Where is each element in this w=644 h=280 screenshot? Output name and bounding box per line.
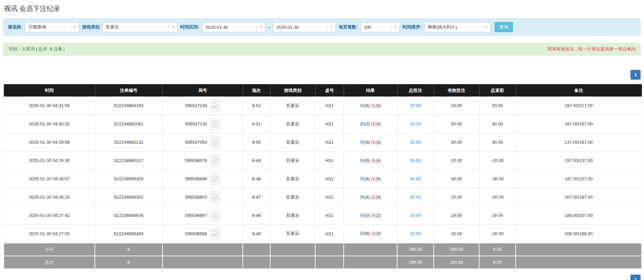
cell-total-bet: 30.00 bbox=[397, 170, 434, 188]
summary-note-text: 同局有效投注，统一计算在该局第一张注单内 bbox=[548, 46, 636, 52]
subtotal-empty-cell bbox=[243, 243, 270, 256]
sort-select[interactable]: 降幂(由大到小) ▼ bbox=[424, 22, 491, 32]
cell-round: 595536697 bbox=[163, 206, 243, 225]
column-header: 结果 bbox=[344, 84, 397, 97]
video-replay-button[interactable] bbox=[210, 227, 220, 240]
total-remark bbox=[516, 256, 642, 269]
total-bet-link[interactable]: 30.00 bbox=[410, 121, 421, 126]
query-type-select[interactable]: 日期查询 ▼ bbox=[25, 22, 79, 32]
sort-label: 时间排序: bbox=[403, 24, 422, 30]
cell-remark: 137.00/167.00 bbox=[516, 133, 642, 152]
cell-valid-bet: 20.00 bbox=[434, 188, 479, 206]
cell-table-number: AS1 bbox=[315, 206, 344, 225]
column-header: 局号 bbox=[163, 84, 243, 97]
subtotal-empty-cell bbox=[315, 243, 344, 256]
cell-game-category: 百家乐 bbox=[270, 206, 315, 225]
result-player-label: 闲 bbox=[360, 103, 364, 108]
table-row: 2025-01-30 04:30:25522234662061595537130… bbox=[4, 115, 642, 133]
chevron-down-icon[interactable]: ▼ bbox=[169, 22, 177, 32]
game-category-select[interactable]: 百家乐 ▼ bbox=[102, 22, 177, 32]
total-empty-cell bbox=[163, 256, 243, 269]
column-header: 有效投注 bbox=[434, 84, 479, 97]
table-header-row: 时间注单编号局号场次游戏类别桌号结果总投注有效投注总派彩备注 bbox=[4, 84, 642, 97]
video-file-icon bbox=[212, 194, 218, 201]
pagination-page-button[interactable]: 1 bbox=[630, 70, 641, 80]
date-to-select[interactable]: 2025-01-30 ▼ bbox=[273, 22, 336, 32]
cell-payout: -30.00 bbox=[479, 170, 516, 188]
total-payout: 9.00 bbox=[479, 256, 516, 269]
total-bet-link[interactable]: 30.00 bbox=[410, 140, 421, 145]
pagination-bottom: 1 bbox=[3, 275, 641, 280]
video-replay-button[interactable] bbox=[210, 154, 220, 167]
subtotal-total-bet: 190.00 bbox=[397, 243, 434, 256]
pagination-page-button[interactable]: 1 bbox=[630, 275, 641, 280]
total-count: 8 bbox=[95, 256, 163, 269]
total-bet-link[interactable]: 30.00 bbox=[410, 176, 421, 181]
cell-result: 闲(3) 庄(0) bbox=[344, 115, 397, 133]
total-bet-link[interactable]: 20.00 bbox=[410, 231, 421, 236]
round-number: 595536803 bbox=[185, 195, 207, 200]
cell-bet-id: 522234656876 bbox=[95, 206, 163, 225]
video-replay-button[interactable] bbox=[210, 191, 220, 204]
cell-result: 闲(9) 庄(4) bbox=[344, 152, 397, 170]
column-header: 总投注 bbox=[397, 84, 434, 97]
cell-result: 闲(6) 庄(0) bbox=[344, 97, 397, 115]
cell-round: 595537130 bbox=[163, 115, 243, 133]
total-empty-cell bbox=[315, 256, 344, 269]
cell-session: 8-46 bbox=[243, 206, 270, 225]
cell-bet-id: 522234658302 bbox=[95, 188, 163, 206]
total-bet-link[interactable]: 20.00 bbox=[410, 103, 421, 108]
video-replay-button[interactable] bbox=[210, 136, 220, 149]
date-range-separator: ~ bbox=[268, 25, 271, 30]
date-from-select[interactable]: 2025-01-30 ▼ bbox=[202, 22, 265, 32]
video-replay-button[interactable] bbox=[210, 118, 220, 131]
table-row: 2025-01-30 04:31:04522234663193595537234… bbox=[4, 97, 642, 115]
column-header: 游戏类别 bbox=[270, 84, 315, 97]
total-label: 总计 bbox=[4, 256, 95, 269]
subtotal-count: 8 bbox=[95, 243, 163, 256]
chevron-down-icon[interactable]: ▼ bbox=[391, 22, 400, 32]
video-replay-button[interactable] bbox=[210, 209, 220, 222]
chevron-down-icon[interactable]: ▼ bbox=[70, 22, 79, 32]
sort-value: 降幂(由大到小) bbox=[425, 22, 482, 32]
result-banker-label: 庄 bbox=[371, 121, 375, 126]
page-size-select[interactable]: 100 ▼ bbox=[361, 22, 400, 32]
result-banker-label: 庄 bbox=[371, 213, 375, 218]
cell-time: 2025-01-30 04:27:03 bbox=[4, 225, 95, 243]
video-replay-button[interactable] bbox=[210, 173, 220, 185]
cell-remark: 208.00/188.00 bbox=[516, 225, 642, 243]
round-number: 595536697 bbox=[185, 213, 207, 218]
time-range-label: 时间区间: bbox=[180, 24, 199, 30]
subtotal-empty-cell bbox=[163, 243, 243, 256]
chevron-down-icon[interactable]: ▼ bbox=[327, 22, 336, 32]
total-bet-link[interactable]: 20.00 bbox=[410, 158, 421, 163]
cell-time: 2025-01-30 04:27:42 bbox=[4, 206, 95, 225]
cell-valid-bet: 20.00 bbox=[434, 225, 479, 243]
cell-total-bet: 30.00 bbox=[397, 115, 434, 133]
result-player-label: 闲 bbox=[360, 121, 364, 126]
round-number: 595536978 bbox=[185, 158, 207, 163]
table-row: 2025-01-30 04:27:03522234655493595536588… bbox=[4, 225, 642, 243]
cell-payout: 19.00 bbox=[479, 206, 516, 225]
cell-session: 8-48 bbox=[243, 170, 270, 188]
column-header: 桌号 bbox=[315, 84, 344, 97]
result-banker-label: 庄 bbox=[371, 140, 375, 145]
cell-game-category: 百家乐 bbox=[270, 115, 315, 133]
cell-total-bet: 20.00 bbox=[397, 206, 434, 225]
chevron-down-icon[interactable]: ▼ bbox=[256, 22, 265, 32]
total-total-bet: 190.00 bbox=[397, 256, 434, 269]
cell-game-category: 百家乐 bbox=[270, 170, 315, 188]
cell-game-category: 百家乐 bbox=[270, 225, 315, 243]
game-category-value: 百家乐 bbox=[103, 22, 169, 32]
query-button[interactable]: 查询 bbox=[495, 22, 513, 32]
video-replay-button[interactable] bbox=[210, 99, 220, 112]
cell-time: 2025-01-30 04:28:57 bbox=[4, 170, 95, 188]
total-bet-link[interactable]: 20.00 bbox=[410, 195, 421, 200]
cell-payout: 30.00 bbox=[479, 133, 516, 152]
cell-session: 8-51 bbox=[243, 115, 270, 133]
chevron-down-icon[interactable]: ▼ bbox=[482, 22, 490, 32]
result-banker-label: 庄 bbox=[371, 195, 375, 200]
query-type-label: 请选择: bbox=[8, 24, 22, 30]
table-row: 2025-01-30 04:29:30522234660317595536978… bbox=[4, 152, 642, 170]
total-bet-link[interactable]: 20.00 bbox=[410, 213, 421, 218]
